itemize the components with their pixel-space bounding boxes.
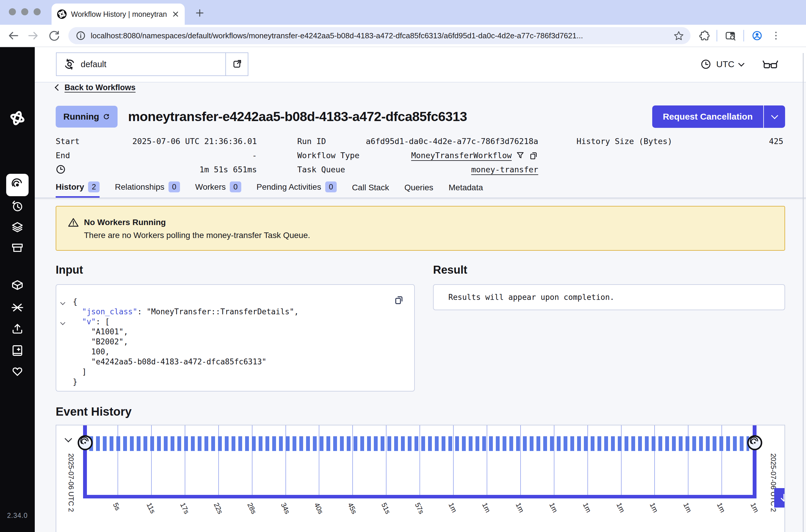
sidebar-item-workflows[interactable] [0, 174, 35, 196]
axis-tick-label: 1m [548, 501, 559, 514]
request-cancellation-label[interactable]: Request Cancellation [652, 106, 764, 128]
forward-arrow-icon[interactable] [27, 29, 40, 42]
clock-icon [700, 59, 711, 70]
bookmark-star-icon[interactable] [673, 30, 685, 41]
kebab-menu-icon[interactable] [770, 30, 782, 41]
tab-workers[interactable]: Workers0 [195, 182, 241, 198]
axis-tick-label: 1m [480, 501, 492, 514]
history-size-value: 425 [769, 137, 783, 146]
axis-tick-label: 5s [111, 501, 122, 512]
cancel-menu-chevron[interactable] [764, 106, 785, 128]
collapse-chevron-icon[interactable] [61, 300, 64, 305]
url-bar[interactable]: localhost:8080/namespaces/default/workfl… [68, 27, 691, 44]
status-label: Running [63, 112, 99, 122]
timeline-gridline [319, 425, 319, 495]
back-arrow-icon[interactable] [6, 29, 19, 42]
tab-relationships[interactable]: Relationships0 [115, 182, 180, 198]
axis-tick-label: 45s [346, 501, 359, 515]
labs-glasses-icon[interactable] [761, 58, 780, 71]
window-controls[interactable] [9, 8, 41, 15]
copy-icon[interactable] [394, 294, 404, 305]
end-value: - [252, 151, 257, 160]
duration-value: 1m 51s 651ms [199, 165, 257, 174]
tab-title: Workflow History | moneytran [71, 10, 168, 19]
json-line: } [73, 377, 404, 387]
result-box: Results will appear upon completion. [433, 284, 785, 310]
task-queue-link[interactable]: money-transfer [471, 165, 538, 174]
tab-history[interactable]: History2 [56, 182, 100, 198]
axis-tick-label: 1m [447, 501, 459, 514]
external-link-icon[interactable] [226, 53, 248, 75]
run-id-value: a6fd95d1-da0c-4d2e-a77c-786f3d76218a [366, 137, 538, 146]
sidebar-item-namespaces[interactable] [0, 220, 35, 235]
json-line: ] [73, 367, 404, 377]
latest-event-marker[interactable] [747, 435, 762, 451]
axis-tick-label: 1m [581, 501, 593, 514]
zoom-window-button[interactable] [34, 8, 41, 15]
timezone-picker[interactable]: UTC [700, 59, 744, 70]
event-history-heading: Event History [56, 405, 785, 418]
temporal-logo-icon[interactable] [0, 109, 35, 128]
axis-tick-label: 1m [615, 501, 626, 514]
input-json-viewer: { "json_class": "MoneyTransfer::Transfer… [56, 284, 415, 392]
timeline-expander-chevron[interactable] [66, 436, 71, 442]
request-cancellation-button[interactable]: Request Cancellation [652, 106, 785, 128]
minimize-window-button[interactable] [21, 8, 28, 15]
json-line: "json_class": "MoneyTransfer::TransferDe… [73, 307, 404, 317]
profile-avatar-icon[interactable] [751, 29, 764, 42]
axis-tick-label: 1m [648, 501, 660, 514]
workflow-details: Start2025-07-06 UTC 21:36:36.01 End- 1m … [56, 135, 785, 177]
collapse-chevron-icon[interactable] [61, 320, 64, 325]
back-to-workflows-link[interactable]: Back to Workflows [64, 83, 135, 92]
workflow-started-marker[interactable] [77, 435, 93, 451]
page-scrollbar[interactable] [803, 53, 804, 532]
url-text[interactable]: localhost:8080/namespaces/default/workfl… [91, 31, 668, 40]
running-spinner-icon [103, 113, 110, 120]
site-info-icon[interactable] [75, 30, 86, 41]
axis-tick-label: 51s [380, 501, 392, 515]
scroll-to-bottom-button[interactable] [774, 488, 785, 508]
workflow-type-link[interactable]: MoneyTransferWorkflow [411, 151, 512, 160]
filter-funnel-icon[interactable] [516, 151, 525, 160]
timeline-gridline [554, 425, 554, 495]
timeline-gridline [520, 425, 521, 495]
sidebar-item-deployments[interactable] [0, 278, 35, 294]
sidebar-item-docs[interactable] [0, 343, 35, 358]
axis-tick-label: 17s [178, 501, 191, 515]
start-value: 2025-07-06 UTC 21:36:36.01 [132, 137, 257, 146]
new-tab-button[interactable] [193, 6, 206, 19]
duration-clock-icon [56, 164, 66, 174]
end-label: End [56, 151, 70, 160]
tab-metadata[interactable]: Metadata [449, 183, 483, 198]
tab-history-count: 2 [88, 182, 99, 192]
namespace-switcher-icon [64, 58, 75, 70]
sidebar-item-import[interactable] [0, 321, 35, 337]
sidebar-item-archive[interactable] [0, 240, 35, 256]
running-workflow-bar[interactable] [89, 436, 749, 451]
ui-version: 2.34.0 [0, 512, 35, 520]
result-placeholder: Results will appear upon completion. [448, 293, 615, 302]
close-tab-icon[interactable] [172, 10, 179, 18]
sidebar-item-nexus[interactable] [0, 300, 35, 315]
timeline-start-date: 2025-07-06 UTC 2 [67, 453, 75, 512]
tab-pending-activities[interactable]: Pending Activities0 [256, 182, 337, 198]
sidebar-item-feedback[interactable] [0, 364, 35, 379]
tab-relationships-count: 0 [169, 182, 180, 192]
extensions-puzzle-icon[interactable] [697, 30, 710, 42]
tab-call-stack[interactable]: Call Stack [352, 183, 389, 198]
warning-title: No Workers Running [84, 218, 166, 227]
workflow-tabs: History2 Relationships0 Workers0 Pending… [35, 182, 806, 198]
tab-search-icon[interactable] [724, 29, 737, 42]
close-window-button[interactable] [9, 8, 16, 15]
copy-icon[interactable] [529, 151, 538, 160]
namespace-selector[interactable]: default [56, 53, 248, 76]
browser-tab[interactable]: Workflow History | moneytran [52, 3, 185, 25]
sidebar-item-schedules[interactable] [0, 198, 35, 214]
theme-sun-icon[interactable] [0, 530, 35, 532]
event-history-timeline[interactable]: 5s11s17s22s28s34s40s45s51s57s1m1m1m1m1m1… [56, 425, 785, 532]
reload-icon[interactable] [48, 29, 61, 42]
tab-queries[interactable]: Queries [404, 183, 433, 198]
axis-tick-label: 1m [715, 501, 727, 514]
timeline-gridline [420, 425, 420, 495]
result-heading: Result [433, 264, 785, 278]
